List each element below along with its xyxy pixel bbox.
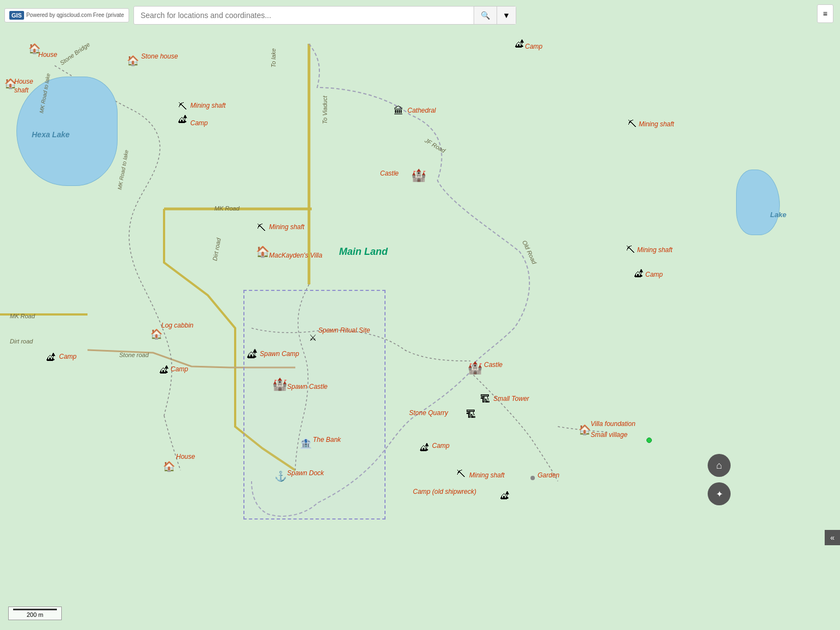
qgis-logo: GIS Powered by qgiscloud.com Free (priva… xyxy=(4,8,129,22)
to-viaduct-label: To Viaduct xyxy=(322,96,328,124)
mk-road-mid-label: MK Road xyxy=(214,205,240,212)
filter-button[interactable]: ▼ xyxy=(497,7,516,24)
search-container: 🔍 ▼ xyxy=(133,6,516,25)
camp-right-mid-label: Camp xyxy=(645,271,663,278)
camp-right-mid-icon: 🏕 xyxy=(634,269,643,279)
stone-bridge-label: Stone Bridge xyxy=(59,41,91,66)
main-land-label: Main Land xyxy=(339,246,388,258)
camp-top-right-label: Camp xyxy=(525,43,542,50)
house-bl-icon: 🏠 xyxy=(163,460,175,472)
mining-shaft-center-icon: ⛏ xyxy=(257,223,266,233)
mining-shaft-right-label: Mining shaft xyxy=(637,246,673,254)
mining-shaft-right-icon: ⛏ xyxy=(626,245,635,255)
bank-icon: 🏦 xyxy=(300,438,312,450)
house-left-label: House xyxy=(14,78,33,85)
menu-icon: ≡ xyxy=(823,9,827,18)
spawn-castle-icon: 🏰 xyxy=(272,377,287,392)
villa-label: MacKayden's Villa xyxy=(269,252,322,259)
to-lake-label: To lake xyxy=(270,48,277,67)
collapse-icon: « xyxy=(830,533,835,542)
house-tl-label: House xyxy=(38,51,57,59)
powered-text: Powered by qgiscloud.com Free (private xyxy=(26,12,124,18)
small-tower-label: Small Tower xyxy=(493,395,529,402)
spawn-dock-icon: ⚓ xyxy=(275,470,287,482)
map-container: Hexa Lake Lake Main Land Stone Bridge MK… xyxy=(0,0,840,630)
spawn-camp-icon: 🏕 xyxy=(247,349,257,360)
small-village-label: Small village xyxy=(591,431,627,439)
qgis-logo-icon: GIS xyxy=(9,11,24,20)
camp-top-right-icon: 🏕 xyxy=(515,39,524,49)
menu-button[interactable]: ≡ xyxy=(817,4,833,23)
nav-compass-button[interactable]: ✦ xyxy=(708,482,731,505)
castle-right-icon: 🏰 xyxy=(468,361,482,375)
mining-shaft-bl-icon: ⛏ xyxy=(457,469,465,479)
mining-shaft-tr-label: Mining shaft xyxy=(639,120,674,128)
mk-road-lake2-label: MK Road to lake xyxy=(116,149,130,190)
garden-dot xyxy=(530,476,535,480)
stone-house-icon: 🏠 xyxy=(127,55,139,67)
castle-mid-icon: 🏰 xyxy=(411,168,426,183)
nav-home-button[interactable]: ⌂ xyxy=(708,454,731,477)
dirt-road-bl-label: Dirt road xyxy=(10,338,33,345)
scale-label: 200 m xyxy=(27,611,44,618)
camp-mid-left-icon: 🏕 xyxy=(178,115,187,125)
camp-mid-left-label: Camp xyxy=(190,119,208,127)
search-button[interactable]: 🔍 xyxy=(474,7,497,24)
house-left-icon: 🏠 xyxy=(4,78,16,90)
camp-shipwreck-label: Camp (old shipwreck) xyxy=(413,488,476,495)
garden-label: Garden xyxy=(538,471,559,479)
camp-left-mid-icon: 🏕 xyxy=(46,353,55,363)
log-cabbin-icon: 🏠 xyxy=(150,328,162,340)
castle-right-label: Castle xyxy=(484,361,503,369)
mining-shaft-bl-label: Mining shaft xyxy=(469,471,505,479)
stone-quarry-icon: 🏗 xyxy=(466,409,476,421)
camp-mid2-icon: 🏕 xyxy=(160,365,168,375)
home-icon: ⌂ xyxy=(716,460,722,471)
villa-icon: 🏠 xyxy=(256,245,270,258)
map-paths xyxy=(0,0,840,630)
lake-right xyxy=(736,170,780,235)
search-input[interactable] xyxy=(134,7,474,24)
camp-left-mid-label: Camp xyxy=(59,353,77,360)
mining-shaft-center-label: Mining shaft xyxy=(269,223,305,231)
house-bl-label: House xyxy=(176,453,195,460)
camp-br-label: Camp xyxy=(432,442,450,450)
nav-collapse-button[interactable]: « xyxy=(825,530,840,545)
camp-mid2-label: Camp xyxy=(171,365,188,373)
small-tower-icon: 🏗 xyxy=(480,394,490,405)
green-dot xyxy=(646,438,652,443)
camp-br-icon: 🏕 xyxy=(420,443,429,453)
dirt-road-label: Dirt road xyxy=(212,237,222,261)
spawn-area-rectangle xyxy=(243,290,386,520)
compass-icon: ✦ xyxy=(716,489,723,499)
stone-house-label: Stone house xyxy=(141,52,178,60)
mining-shaft-tr-icon: ⛏ xyxy=(628,119,637,129)
mk-road-bl-label: MK Road xyxy=(10,313,35,319)
villa-foundation-icon: 🏠 xyxy=(579,424,591,436)
jf-road-label: JF Road xyxy=(424,137,447,154)
mining-shaft-tl-icon: ⛏ xyxy=(178,102,187,112)
scale-bar: 200 m xyxy=(8,606,62,620)
cathedral-label: Cathedral xyxy=(407,107,436,114)
scale-line xyxy=(13,609,57,610)
stone-road-label: Stone road xyxy=(119,352,149,358)
hexa-lake xyxy=(16,77,118,186)
cathedral-icon: 🏛 xyxy=(394,106,404,117)
stone-quarry-label: Stone Quarry xyxy=(409,409,448,417)
old-road-label: Old Road xyxy=(521,239,538,265)
villa-foundation-label: Villa foundation xyxy=(591,420,635,428)
filter-icon: ▼ xyxy=(503,11,510,20)
house-tl-icon: 🏠 xyxy=(28,43,40,55)
mining-shaft-tl-label: Mining shaft xyxy=(190,102,226,109)
log-cabbin-label: Log cabbin xyxy=(161,322,194,329)
castle-mid-label: Castle xyxy=(380,170,399,177)
spawn-ritual-icon: ⚔ xyxy=(309,332,317,343)
camp-shipwreck-icon: 🏕 xyxy=(500,491,509,501)
header: GIS Powered by qgiscloud.com Free (priva… xyxy=(0,0,840,30)
